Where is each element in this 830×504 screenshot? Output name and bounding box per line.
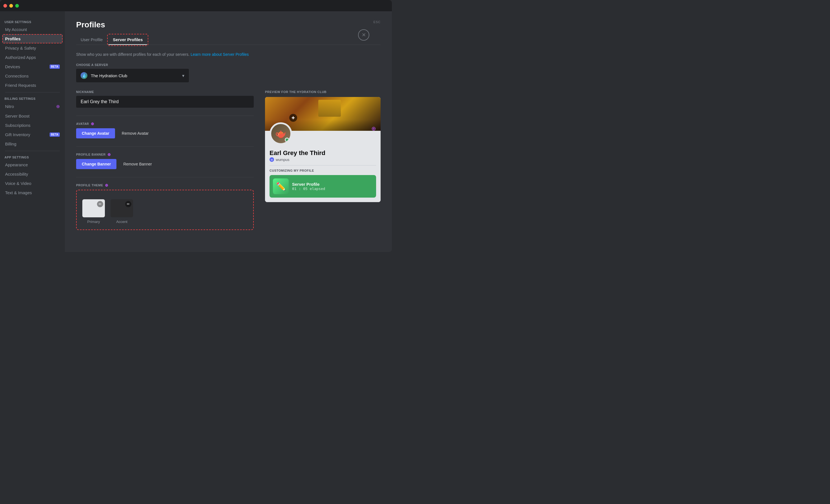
sidebar-item-my-account[interactable]: My Account — [2, 25, 63, 34]
sidebar-item-accessibility[interactable]: Accessibility — [2, 169, 63, 179]
profile-banner-section: PROFILE BANNER ⊕ Change Banner Remove Ba… — [76, 152, 254, 169]
nickname-input[interactable] — [76, 96, 254, 108]
divider-nickname — [76, 116, 254, 116]
sidebar-item-billing[interactable]: Billing — [2, 139, 63, 149]
gift-inventory-beta-badge: BETA — [50, 132, 60, 137]
change-avatar-button[interactable]: Change Avatar — [76, 128, 115, 138]
sidebar-item-appearance[interactable]: Appearance — [2, 160, 63, 169]
nickname-section: NICKNAME — [76, 90, 254, 108]
sp-title: Server Profile — [292, 182, 373, 187]
avatar-label: AVATAR ⊕ — [76, 122, 254, 126]
server-select-icon: 💧 — [81, 72, 87, 79]
divider-avatar — [76, 146, 254, 147]
profile-theme-section: PROFILE THEME ⊕ ✏ Primary — [76, 183, 254, 230]
sidebar-item-subscriptions[interactable]: Subscriptions — [2, 121, 63, 130]
avatar-section: AVATAR ⊕ Change Avatar Remove Avatar — [76, 122, 254, 138]
preview-card: 🫖 ✚ ⊕ Earl Grey the Third w wumpus — [265, 97, 381, 202]
server-select-inner: 💧 The Hydration Club — [81, 72, 127, 79]
customizing-label: CUSTOMIZING MY PROFILE — [269, 169, 376, 172]
preview-avatar: 🫖 — [269, 122, 292, 145]
main-content: ✕ ESC Profiles User Profile Server Profi… — [65, 11, 392, 252]
close-button[interactable] — [3, 4, 7, 8]
swatch-accent-box[interactable]: ✏ — [110, 199, 133, 217]
right-column: PREVIEW FOR THE HYDRATION CLUB 🫖 ✚ — [265, 90, 381, 238]
preview-divider — [269, 165, 376, 165]
esc-label: ESC — [373, 20, 381, 24]
app-layout: USER SETTINGS My Account Profiles Privac… — [0, 11, 392, 252]
sidebar-item-connections[interactable]: Connections — [2, 71, 63, 81]
sidebar-item-friend-requests[interactable]: Friend Requests — [2, 81, 63, 90]
wumpus-icon: w — [269, 157, 274, 162]
theme-nitro-icon: ⊕ — [105, 183, 108, 187]
section-label-billing-settings: BILLING SETTINGS — [2, 95, 63, 101]
sidebar-item-voice-video[interactable]: Voice & Video — [2, 179, 63, 188]
left-column: NICKNAME AVATAR ⊕ Change Avatar Remove A… — [76, 90, 254, 238]
close-settings-button[interactable]: ✕ — [358, 29, 369, 40]
nickname-label: NICKNAME — [76, 90, 254, 94]
choose-server-label: CHOOSE A SERVER — [76, 63, 381, 66]
sp-elapsed: 01 : 05 elapsed — [292, 187, 373, 191]
swatch-primary-box[interactable]: ✏ — [82, 199, 105, 217]
sidebar: USER SETTINGS My Account Profiles Privac… — [0, 11, 65, 252]
profile-banner-label: PROFILE BANNER ⊕ — [76, 152, 254, 157]
sp-icon: ✏️ — [273, 179, 289, 194]
preview-nitro-icon: ⊕ — [371, 125, 376, 132]
section-label-app-settings: APP SETTINGS — [2, 153, 63, 160]
theme-swatch-accent: ✏ Accent — [110, 199, 133, 224]
preview-avatar-area: 🫖 ✚ ⊕ — [265, 122, 381, 145]
sidebar-item-text-images[interactable]: Text & Images — [2, 188, 63, 197]
remove-avatar-button[interactable]: Remove Avatar — [122, 131, 149, 135]
maximize-button[interactable] — [15, 4, 19, 8]
swatch-primary-edit-icon[interactable]: ✏ — [97, 201, 103, 207]
sidebar-item-profiles[interactable]: Profiles — [2, 34, 63, 43]
two-column-layout: NICKNAME AVATAR ⊕ Change Avatar Remove A… — [76, 90, 381, 238]
sp-info: Server Profile 01 : 05 elapsed — [292, 182, 373, 191]
section-label-user-settings: USER SETTINGS — [2, 18, 63, 25]
preview-body: Earl Grey the Third w wumpus CUSTOMIZING… — [265, 145, 381, 202]
theme-swatch-primary: ✏ Primary — [82, 199, 105, 224]
swatch-accent-label: Accent — [116, 220, 127, 224]
preview-nickname: Earl Grey the Third — [269, 149, 376, 157]
nitro-icon: ⊕ — [56, 104, 60, 109]
theme-swatches-container: ✏ Primary ✏ Accent — [76, 190, 254, 230]
sidebar-item-privacy-safety[interactable]: Privacy & Safety — [2, 43, 63, 53]
sidebar-item-server-boost[interactable]: Server Boost — [2, 111, 63, 121]
sidebar-item-gift-inventory[interactable]: Gift Inventory BETA — [2, 130, 63, 139]
swatch-primary-label: Primary — [87, 220, 100, 224]
sidebar-item-devices[interactable]: Devices BETA — [2, 62, 63, 71]
server-select-dropdown[interactable]: 💧 The Hydration Club ▾ — [76, 69, 189, 82]
sidebar-item-authorized-apps[interactable]: Authorized Apps — [2, 53, 63, 62]
tab-server-profiles[interactable]: Server Profiles — [108, 35, 147, 45]
tabs-bar: User Profile Server Profiles — [76, 35, 381, 45]
divider-banner — [76, 177, 254, 177]
minimize-button[interactable] — [9, 4, 13, 8]
theme-swatches: ✏ Primary ✏ Accent — [82, 199, 248, 224]
banner-nitro-icon: ⊕ — [107, 152, 111, 157]
tab-user-profile[interactable]: User Profile — [76, 35, 107, 45]
profile-theme-label: PROFILE THEME ⊕ — [76, 183, 254, 187]
swatch-accent-edit-icon[interactable]: ✏ — [125, 201, 131, 207]
server-profile-card: ✏️ Server Profile 01 : 05 elapsed — [269, 175, 376, 198]
preview-avatar-edit-icon[interactable]: ✚ — [289, 114, 297, 122]
page-title: Profiles — [76, 20, 381, 29]
titlebar — [0, 0, 392, 11]
preview-username: w wumpus — [269, 157, 376, 162]
devices-beta-badge: BETA — [50, 65, 60, 69]
description-text: Show who you are with different profiles… — [76, 52, 381, 58]
preview-label: PREVIEW FOR THE HYDRATION CLUB — [265, 90, 381, 94]
chevron-down-icon: ▾ — [182, 73, 184, 78]
avatar-online-indicator — [285, 137, 289, 142]
learn-more-link[interactable]: Learn more about Server Profiles — [191, 52, 249, 57]
server-select-name: The Hydration Club — [91, 73, 127, 78]
remove-banner-button[interactable]: Remove Banner — [123, 162, 152, 166]
change-banner-button[interactable]: Change Banner — [76, 159, 117, 169]
sidebar-item-nitro[interactable]: Nitro ⊕ — [2, 101, 63, 111]
avatar-nitro-icon: ⊕ — [91, 122, 94, 126]
